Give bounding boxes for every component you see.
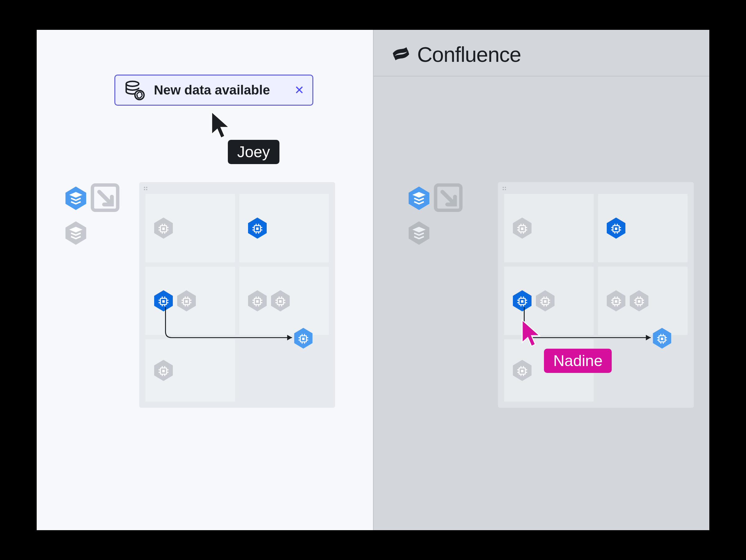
cell-5 — [145, 340, 235, 402]
chip-icon — [512, 217, 532, 239]
svg-rect-11 — [162, 228, 165, 230]
pointer-icon — [520, 319, 545, 350]
svg-rect-66 — [279, 300, 282, 303]
stage: New data available ✕ Joey — [37, 30, 709, 530]
expand-arrow-icon[interactable] — [89, 182, 121, 214]
confluence-title: Confluence — [417, 42, 521, 66]
cell-2 — [239, 194, 329, 262]
cursor-label-nadine: Nadine — [544, 349, 612, 373]
chip-icon — [606, 290, 626, 312]
cell-6-empty — [239, 340, 329, 402]
cell-3 — [145, 267, 235, 335]
svg-point-103 — [505, 189, 506, 190]
chip-icon — [606, 217, 626, 239]
cursor-joey: Joey — [209, 111, 280, 164]
sidebar-shapes-right — [408, 182, 464, 245]
svg-rect-106 — [521, 228, 523, 230]
svg-marker-2 — [65, 186, 86, 210]
svg-marker-97 — [409, 186, 430, 210]
drag-handle-icon[interactable] — [502, 186, 508, 192]
svg-marker-99 — [409, 221, 430, 245]
database-link-icon — [123, 78, 146, 102]
confluence-logo-icon — [392, 45, 410, 64]
svg-rect-22 — [256, 228, 259, 230]
svg-point-5 — [144, 187, 145, 188]
cell-2 — [598, 194, 688, 262]
chip-icon — [248, 217, 267, 239]
cell-4 — [239, 267, 329, 335]
drag-handle-icon[interactable] — [143, 186, 149, 192]
cursor-label-joey: Joey — [228, 140, 280, 164]
svg-point-8 — [146, 189, 147, 190]
svg-point-6 — [146, 187, 147, 188]
svg-rect-139 — [544, 300, 546, 303]
notification-text: New data available — [154, 83, 286, 97]
diagram-card-left — [139, 182, 335, 408]
svg-point-7 — [144, 189, 145, 190]
pointer-icon — [209, 111, 234, 142]
chip-icon — [153, 217, 173, 239]
svg-rect-55 — [256, 300, 259, 303]
close-icon[interactable]: ✕ — [294, 83, 304, 97]
panel-right: Confluence — [373, 30, 709, 530]
diagram-card-right — [498, 182, 694, 408]
confluence-header: Confluence — [374, 30, 709, 77]
chip-icon — [535, 290, 555, 312]
sidebar-shapes-left — [65, 182, 121, 245]
svg-marker-4 — [65, 221, 86, 245]
svg-point-102 — [503, 189, 504, 190]
chip-icon — [248, 290, 267, 312]
svg-rect-161 — [638, 300, 640, 303]
layers-grey-icon[interactable] — [408, 220, 430, 245]
chip-icon — [177, 290, 196, 312]
svg-rect-128 — [521, 300, 523, 303]
svg-rect-117 — [615, 228, 617, 230]
layers-icon[interactable] — [65, 186, 87, 211]
svg-point-101 — [505, 187, 506, 188]
svg-rect-44 — [185, 300, 188, 303]
layers-icon[interactable] — [408, 186, 430, 211]
chip-icon — [629, 290, 649, 312]
svg-point-100 — [503, 187, 504, 188]
layers-grey-icon[interactable] — [65, 220, 87, 245]
panel-left: New data available ✕ Joey — [37, 30, 373, 530]
svg-rect-150 — [615, 300, 617, 303]
new-data-notification[interactable]: New data available ✕ — [114, 75, 313, 106]
cell-1 — [504, 194, 594, 262]
expand-arrow-icon[interactable] — [433, 182, 464, 214]
cell-1 — [145, 194, 235, 262]
chip-icon — [153, 290, 173, 312]
svg-rect-33 — [162, 300, 165, 303]
cursor-nadine: Nadine — [520, 319, 612, 373]
chip-icon — [153, 359, 173, 382]
svg-point-0 — [126, 81, 139, 86]
chip-icon — [512, 290, 532, 312]
chip-icon — [270, 290, 290, 312]
svg-rect-77 — [162, 370, 165, 372]
